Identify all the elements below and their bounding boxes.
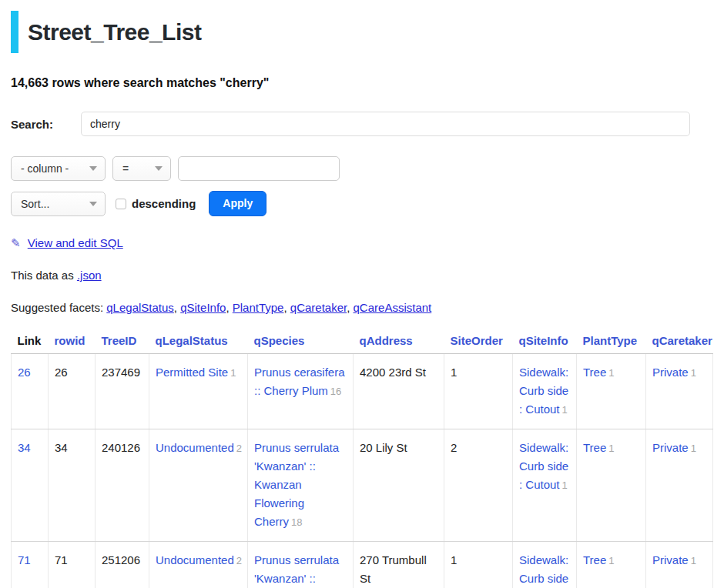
cell-caretaker: Private1 xyxy=(646,354,713,429)
data-as-prefix: This data as xyxy=(11,269,74,282)
caretaker-count: 1 xyxy=(691,367,696,379)
sort-select[interactable]: Sort... xyxy=(11,192,106,216)
filter-value-input[interactable] xyxy=(178,156,340,181)
table-row: 7171251206Undocumented2Prunus serrulata … xyxy=(12,542,713,588)
legal_status-value-link[interactable]: Undocumented xyxy=(156,553,234,566)
sort-by-treeid[interactable]: TreeID xyxy=(102,334,137,347)
search-row: Search: xyxy=(11,112,713,136)
suggested-facets-row: Suggested facets: qLegalStatus, qSiteInf… xyxy=(11,301,713,314)
cell-plant_type: Tree1 xyxy=(577,429,646,542)
sort-by-qlegalstatus[interactable]: qLegalStatus xyxy=(156,334,228,347)
cell-species: Prunus serrulata 'Kwanzan' :: Kwanzan Fl… xyxy=(248,542,354,588)
table-header-row: Link rowid TreeID qLegalStatus qSpecies … xyxy=(12,331,713,354)
descending-label: descending xyxy=(132,197,196,210)
cell-tree_id: 237469 xyxy=(96,354,149,429)
chevron-down-icon xyxy=(89,202,97,206)
column-header-qaddress: qAddress xyxy=(354,331,444,354)
column-header-treeid: TreeID xyxy=(96,331,149,354)
json-export-link[interactable]: .json xyxy=(77,269,102,282)
plant_type-count: 1 xyxy=(608,443,614,454)
cell-plant_type: Tree1 xyxy=(577,542,646,588)
sort-by-planttype[interactable]: PlantType xyxy=(583,334,638,347)
row-count-summary: 14,663 rows where search matches "cherry… xyxy=(11,76,713,90)
plant_type-count: 1 xyxy=(608,555,614,566)
sort-by-qaddress[interactable]: qAddress xyxy=(360,334,413,347)
plant_type-value-link[interactable]: Tree xyxy=(583,553,606,566)
legal_status-count: 2 xyxy=(236,555,242,566)
cell-tree_id: 240126 xyxy=(96,429,149,542)
caretaker-value-link[interactable]: Private xyxy=(652,553,689,566)
descending-checkbox[interactable] xyxy=(116,199,126,209)
view-edit-sql-link[interactable]: View and edit SQL xyxy=(28,236,123,249)
column-header-qsiteinfo: qSiteInfo xyxy=(513,331,577,354)
chevron-down-icon xyxy=(155,166,163,171)
cell-site_info: Sidewalk: Curb side : Cutout1 xyxy=(513,429,577,542)
site_info-value-link[interactable]: Sidewalk: Curb side : Cutout xyxy=(519,441,568,491)
cell-caretaker: Private1 xyxy=(646,429,713,542)
plant_type-value-link[interactable]: Tree xyxy=(583,441,606,454)
column-header-qcaretaker: qCaretaker xyxy=(646,331,713,354)
column-header-qlegalstatus: qLegalStatus xyxy=(149,331,248,354)
row-link[interactable]: 34 xyxy=(18,441,31,454)
table-row: 3434240126Undocumented2Prunus serrulata … xyxy=(12,429,713,542)
sort-by-rowid[interactable]: rowid xyxy=(55,334,85,347)
facet-link-planttype[interactable]: PlantType xyxy=(233,301,284,314)
search-input[interactable] xyxy=(81,112,690,136)
site_info-count: 1 xyxy=(562,479,568,491)
facet-links: qLegalStatus, qSiteInfo, PlantType, qCar… xyxy=(106,301,431,314)
cell-address: 270 Trumbull St xyxy=(354,542,444,588)
cell-legal_status: Permitted Site1 xyxy=(149,354,248,429)
cell-address: 4200 23rd St xyxy=(354,354,444,429)
cell-link: 26 xyxy=(12,354,49,429)
column-header-link: Link xyxy=(12,331,49,354)
facet-link-qcareassistant[interactable]: qCareAssistant xyxy=(354,301,432,314)
facets-prefix: Suggested facets: xyxy=(11,301,103,314)
sort-by-qspecies[interactable]: qSpecies xyxy=(254,334,305,347)
caretaker-count: 1 xyxy=(691,555,696,566)
caretaker-value-link[interactable]: Private xyxy=(652,366,689,379)
caretaker-value-link[interactable]: Private xyxy=(652,441,689,454)
column-select-value: - column - xyxy=(21,162,69,175)
cell-species: Prunus serrulata 'Kwanzan' :: Kwanzan Fl… xyxy=(248,429,354,542)
column-select[interactable]: - column - xyxy=(11,156,106,181)
column-header-siteorder: SiteOrder xyxy=(444,331,513,354)
sort-by-qcaretaker[interactable]: qCaretaker xyxy=(652,334,712,347)
search-label: Search: xyxy=(11,118,81,131)
facet-link-qlegalstatus[interactable]: qLegalStatus xyxy=(106,301,174,314)
cell-address: 20 Lily St xyxy=(354,429,444,542)
cell-plant_type: Tree1 xyxy=(577,354,646,429)
site_info-count: 1 xyxy=(562,404,568,416)
legal_status-value-link[interactable]: Undocumented xyxy=(156,441,234,454)
plant_type-value-link[interactable]: Tree xyxy=(583,366,606,379)
cell-site_info: Sidewalk: Curb side : Cutout1 xyxy=(513,354,577,429)
species-value-link[interactable]: Prunus serrulata 'Kwanzan' :: Kwanzan Fl… xyxy=(254,441,339,528)
row-link[interactable]: 71 xyxy=(18,553,31,566)
sort-by-siteorder[interactable]: SiteOrder xyxy=(451,334,503,347)
table-body: 2626237469Permitted Site1Prunus cerasife… xyxy=(12,354,713,588)
cell-legal_status: Undocumented2 xyxy=(149,542,248,588)
site_info-value-link[interactable]: Sidewalk: Curb side : Cutout xyxy=(519,366,568,416)
data-export-row: This data as .json xyxy=(11,269,713,282)
legal_status-count: 2 xyxy=(236,443,242,454)
cell-site_order: 2 xyxy=(444,429,513,542)
species-value-link[interactable]: Prunus serrulata 'Kwanzan' :: Kwanzan Fl… xyxy=(254,553,339,588)
caretaker-count: 1 xyxy=(691,443,696,454)
results-table: Link rowid TreeID qLegalStatus qSpecies … xyxy=(11,331,713,588)
cell-link: 71 xyxy=(12,542,49,588)
cell-site_order: 1 xyxy=(444,542,513,588)
site_info-value-link[interactable]: Sidewalk: Curb side : Cutout xyxy=(519,553,568,588)
sort-select-value: Sort... xyxy=(21,198,49,210)
legal_status-value-link[interactable]: Permitted Site xyxy=(156,366,228,379)
cell-legal_status: Undocumented2 xyxy=(149,429,248,542)
cell-rowid: 26 xyxy=(49,354,96,429)
facet-link-qsiteinfo[interactable]: qSiteInfo xyxy=(180,301,226,314)
cell-caretaker: Private1 xyxy=(646,542,713,588)
operator-select-value: = xyxy=(122,162,129,175)
sort-by-qsiteinfo[interactable]: qSiteInfo xyxy=(519,334,568,347)
facet-link-qcaretaker[interactable]: qCaretaker xyxy=(290,301,347,314)
row-link[interactable]: 26 xyxy=(18,366,31,379)
sort-row: Sort... descending Apply xyxy=(11,191,713,216)
operator-select[interactable]: = xyxy=(112,156,171,181)
chevron-down-icon xyxy=(89,166,97,171)
apply-button[interactable]: Apply xyxy=(209,191,266,216)
